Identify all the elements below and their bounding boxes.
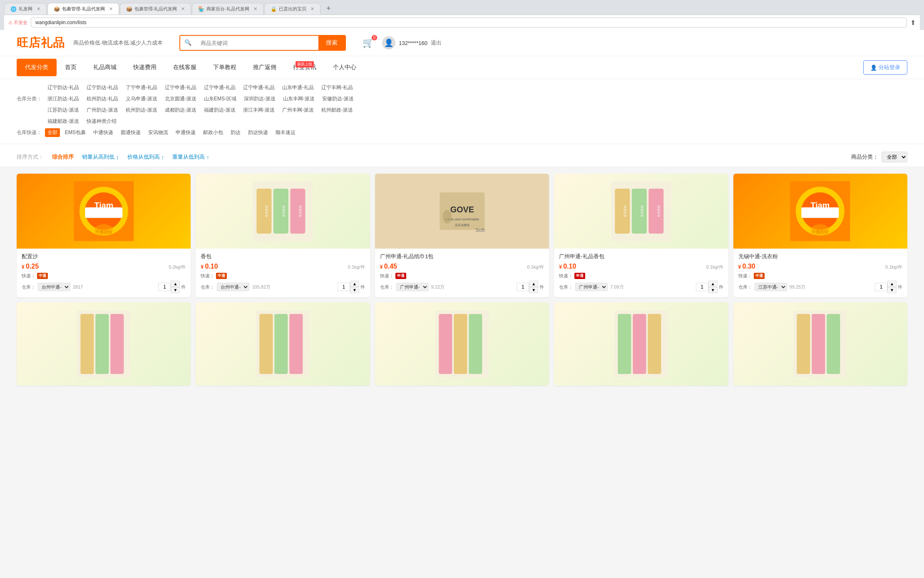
filter-tag-cut-7[interactable]: 山东申通-礼品 bbox=[280, 83, 316, 92]
tab-1[interactable]: 🌐 礼发网 ✕ bbox=[4, 3, 47, 15]
product-card-4[interactable]: 桂花香袋 桂花香袋 桂花香袋 广州申通-礼品香包 ¥ 0.10 0.1kg/件 … bbox=[554, 174, 728, 297]
express-tag-zto[interactable]: 中通快递 bbox=[91, 128, 116, 137]
warehouse-tag-1[interactable]: 浙江韵达-礼品 bbox=[45, 95, 82, 103]
warehouse-tag-8[interactable]: 安徽韵达-派送 bbox=[320, 95, 356, 103]
tab-5[interactable]: 🔒 已卖出的宝贝 ✕ bbox=[264, 3, 320, 15]
tab-close-5[interactable]: ✕ bbox=[310, 6, 314, 12]
qty-down-4[interactable]: ▼ bbox=[708, 287, 718, 293]
express-tag-ems[interactable]: EMS包裹 bbox=[62, 128, 88, 137]
warehouse-tag-18[interactable]: 快递种类介绍 bbox=[84, 117, 119, 126]
express-tag-axl[interactable]: 安讯物流 bbox=[146, 128, 171, 137]
qty-down-5[interactable]: ▼ bbox=[887, 287, 897, 293]
warehouse-tag-2[interactable]: 杭州韵达-礼品 bbox=[84, 95, 121, 103]
tab-close-2[interactable]: ✕ bbox=[109, 6, 113, 12]
warehouse-tag-5[interactable]: 山东EMS-区域 bbox=[201, 95, 239, 103]
qty-up-5[interactable]: ▲ bbox=[887, 281, 897, 287]
warehouse-select-5[interactable]: 江苏中通- bbox=[755, 283, 787, 291]
warehouse-select-3[interactable]: 广州申通- bbox=[396, 283, 429, 291]
qty-input-1[interactable] bbox=[158, 283, 171, 291]
qty-down-1[interactable]: ▼ bbox=[171, 287, 180, 293]
warehouse-select-4[interactable]: 广州申通- bbox=[575, 283, 608, 291]
express-tag-sf[interactable]: 顺丰速运 bbox=[273, 128, 298, 137]
filter-tag-cut-2[interactable]: 辽宁韵达-礼品 bbox=[84, 83, 121, 92]
warehouse-select-1[interactable]: 台州中通- bbox=[38, 283, 70, 291]
product-card-9[interactable] bbox=[554, 302, 728, 386]
qty-down-3[interactable]: ▼ bbox=[529, 287, 538, 293]
tab-4[interactable]: 🏪 商家后台-礼品代发网 ✕ bbox=[192, 3, 263, 15]
search-input[interactable] bbox=[196, 36, 318, 50]
product-card-1[interactable]: Tiam 不懂勿拍 强效去渍洗 配置沙 ¥ 0.25 0.2kg/件 快递： 中… bbox=[17, 174, 191, 297]
cart-area[interactable]: 🛒 0 bbox=[363, 37, 374, 48]
tab-close-4[interactable]: ✕ bbox=[253, 6, 257, 12]
tab-2[interactable]: 📦 包裹管理-礼品代发网 ✕ bbox=[47, 3, 119, 15]
warehouse-tag-7[interactable]: 山东丰网-派送 bbox=[281, 95, 317, 103]
filter-tag-cut-8[interactable]: 辽宁丰网-礼品 bbox=[319, 83, 355, 92]
filter-tag-cut-6[interactable]: 辽宁申通-礼品 bbox=[241, 83, 277, 92]
warehouse-tag-16[interactable]: 杭州邮政-派送 bbox=[319, 106, 355, 115]
warehouse-tag-9[interactable]: 江苏韵达-派送 bbox=[45, 106, 82, 115]
warehouse-tag-3[interactable]: 义乌申通-派送 bbox=[123, 95, 160, 103]
qty-down-2[interactable]: ▼ bbox=[350, 287, 359, 293]
product-card-8[interactable] bbox=[375, 302, 549, 386]
sort-comprehensive[interactable]: 综合排序 bbox=[52, 153, 74, 161]
nav-item-service[interactable]: 在线客服 bbox=[165, 59, 205, 76]
sort-sales[interactable]: 销量从高到低 ↕ bbox=[82, 153, 119, 161]
nav-item-industry[interactable]: 最新上线 行业资讯 bbox=[285, 59, 325, 76]
add-tab-button[interactable]: + bbox=[323, 2, 334, 15]
qty-up-3[interactable]: ▲ bbox=[529, 281, 538, 287]
express-tag-post[interactable]: 邮政小包 bbox=[201, 128, 226, 137]
branch-login-button[interactable]: 👤 分站登录 bbox=[863, 60, 907, 75]
logout-button[interactable]: 退出 bbox=[431, 39, 442, 47]
product-card-10[interactable] bbox=[733, 302, 907, 386]
filter-tag-cut-1[interactable]: 辽宁韵达-礼品 bbox=[45, 83, 82, 92]
nav-item-express[interactable]: 快递费用 bbox=[125, 59, 165, 76]
nav-item-tutorial[interactable]: 下单教程 bbox=[205, 59, 245, 76]
express-tag-sto[interactable]: 申通快递 bbox=[173, 128, 198, 137]
warehouse-tag-11[interactable]: 杭州韵达-派送 bbox=[123, 106, 160, 115]
nav-item-promotion[interactable]: 推广返佣 bbox=[245, 59, 285, 76]
express-tag-yunda2[interactable]: 韵达快递 bbox=[246, 128, 271, 137]
warehouse-tag-14[interactable]: 浙江丰网-派送 bbox=[241, 106, 277, 115]
address-input[interactable] bbox=[31, 17, 907, 27]
product-card-6[interactable] bbox=[17, 302, 191, 386]
warehouse-tag-15[interactable]: 广州丰网-派送 bbox=[280, 106, 316, 115]
express-tag-all[interactable]: 全部 bbox=[45, 128, 60, 137]
filter-tag-cut-3[interactable]: 了宁申通-礼品 bbox=[123, 83, 160, 92]
nav-item-home[interactable]: 首页 bbox=[57, 59, 85, 76]
tab-3[interactable]: 📦 包裹管理-礼品代发网 ✕ bbox=[120, 3, 191, 15]
product-card-2[interactable]: 桂花香袋 桂花香袋 桂花香袋 香包 ¥ 0.10 0.1kg/件 快递： 中通 … bbox=[196, 174, 370, 297]
tab-close-3[interactable]: ✕ bbox=[181, 6, 185, 12]
product-card-5[interactable]: Tiam 不懂勿拍 强效去渍洗 无锡中通-洗衣粉 ¥ 0.30 0.1kg/件 … bbox=[733, 174, 907, 297]
express-tag-yto[interactable]: 圆通快递 bbox=[118, 128, 143, 137]
qty-input-2[interactable] bbox=[338, 283, 350, 291]
filter-tag-cut-4[interactable]: 辽宁申通-礼品 bbox=[162, 83, 199, 92]
search-button[interactable]: 搜索 bbox=[318, 36, 345, 50]
warehouse-select-2[interactable]: 台州中通- bbox=[217, 283, 249, 291]
express-tag-yunda[interactable]: 韵达 bbox=[228, 128, 243, 137]
nav-item-category[interactable]: 代发分类 bbox=[17, 59, 57, 76]
tab-close-1[interactable]: ✕ bbox=[37, 6, 40, 12]
qty-input-3[interactable] bbox=[517, 283, 529, 291]
warehouse-tag-13[interactable]: 福建韵达-派送 bbox=[201, 106, 238, 115]
share-button[interactable]: ⬆ bbox=[910, 19, 916, 27]
qty-up-2[interactable]: ▲ bbox=[350, 281, 359, 287]
sort-weight[interactable]: 重量从低到高 ↑ bbox=[172, 153, 209, 161]
warehouse-label-p5: 仓库： bbox=[738, 284, 752, 290]
warehouse-tag-10[interactable]: 广州韵达-派送 bbox=[84, 106, 121, 115]
product-card-7[interactable] bbox=[196, 302, 370, 386]
cart-icon-wrap[interactable]: 🛒 0 bbox=[363, 37, 374, 48]
warehouse-tag-17[interactable]: 福建邮政-派送 bbox=[45, 117, 82, 126]
warehouse-tag-4[interactable]: 北京圆通-派送 bbox=[162, 95, 199, 103]
warehouse-tag-6[interactable]: 深圳韵达-派送 bbox=[241, 95, 278, 103]
nav-item-shop[interactable]: 礼品商城 bbox=[85, 59, 125, 76]
warehouse-tag-12[interactable]: 成都韵达-派送 bbox=[162, 106, 199, 115]
qty-input-5[interactable] bbox=[875, 283, 887, 291]
qty-up-1[interactable]: ▲ bbox=[171, 281, 180, 287]
product-card-3[interactable]: GOVE Clean and comfortable 宾目冰膜纸 Soft 广州… bbox=[375, 174, 549, 297]
filter-tag-cut-5[interactable]: 辽宁申通-礼品 bbox=[201, 83, 238, 92]
sort-price[interactable]: 价格从低到高 ↑ bbox=[127, 153, 164, 161]
qty-input-4[interactable] bbox=[696, 283, 708, 291]
category-select[interactable]: 全部 bbox=[882, 152, 907, 162]
qty-up-4[interactable]: ▲ bbox=[708, 281, 718, 287]
nav-item-personal[interactable]: 个人中心 bbox=[325, 59, 365, 76]
